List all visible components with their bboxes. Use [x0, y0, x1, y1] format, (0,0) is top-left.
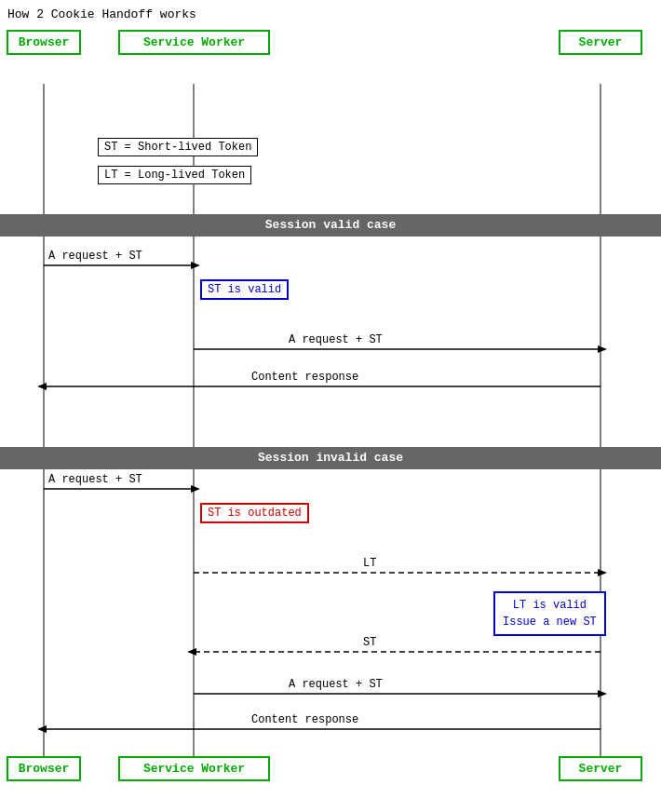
svg-marker-12 — [598, 569, 607, 576]
svg-marker-16 — [598, 690, 607, 697]
browser-actor-bottom: Browser — [7, 756, 81, 781]
svg-marker-8 — [37, 383, 47, 390]
browser-actor-top: Browser — [7, 30, 81, 55]
msg-req2: A request + ST — [289, 333, 383, 346]
server-actor-top: Server — [559, 30, 642, 55]
lt-valid-note: LT is valid Issue a new ST — [493, 591, 606, 636]
msg-req4: A request + ST — [289, 678, 383, 691]
st-definition: ST = Short-lived Token — [98, 138, 258, 156]
diagram: How 2 Cookie Handoff works — [0, 0, 661, 812]
diagram-title: How 2 Cookie Handoff works — [7, 7, 196, 21]
svg-marker-4 — [191, 262, 200, 269]
service-worker-actor-bottom: Service Worker — [118, 756, 270, 781]
session-valid-header: Session valid case — [0, 214, 661, 237]
msg-st: ST — [363, 636, 376, 649]
msg-content2: Content response — [251, 713, 358, 726]
msg-content1: Content response — [251, 371, 358, 384]
svg-marker-14 — [187, 648, 196, 656]
st-outdated-note: ST is outdated — [200, 503, 309, 523]
server-actor-bottom: Server — [559, 756, 642, 781]
msg-lt: LT — [363, 557, 376, 570]
lt-definition: LT = Long-lived Token — [98, 166, 251, 184]
st-valid-note: ST is valid — [200, 279, 289, 300]
svg-marker-18 — [37, 725, 47, 733]
svg-marker-6 — [598, 345, 607, 353]
session-invalid-header: Session invalid case — [0, 447, 661, 469]
msg-req3: A request + ST — [48, 473, 142, 486]
svg-marker-10 — [191, 485, 200, 493]
msg-req1: A request + ST — [48, 250, 142, 263]
service-worker-actor-top: Service Worker — [118, 30, 270, 55]
